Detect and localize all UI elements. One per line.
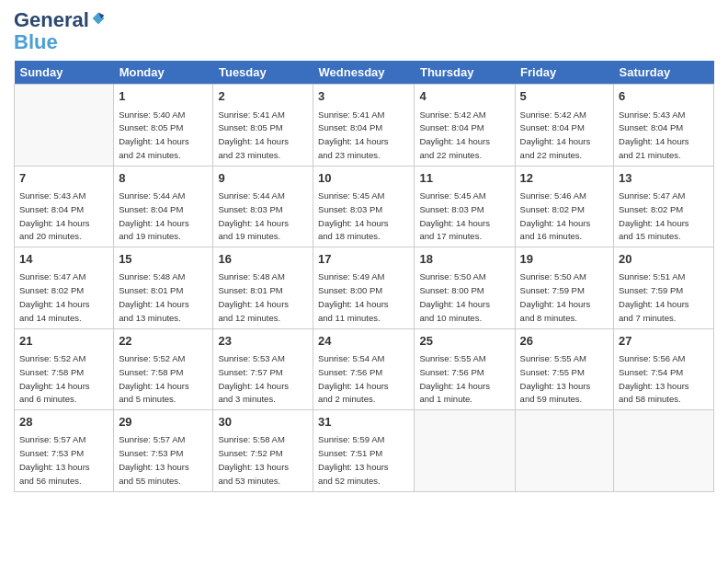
calendar-cell: 1Sunrise: 5:40 AM Sunset: 8:05 PM Daylig… xyxy=(114,85,213,166)
day-info: Sunrise: 5:47 AM Sunset: 8:02 PM Dayligh… xyxy=(19,271,90,322)
calendar-cell: 28Sunrise: 5:57 AM Sunset: 7:53 PM Dayli… xyxy=(15,410,114,491)
calendar-cell: 4Sunrise: 5:42 AM Sunset: 8:04 PM Daylig… xyxy=(415,85,515,166)
day-info: Sunrise: 5:44 AM Sunset: 8:04 PM Dayligh… xyxy=(119,190,189,241)
day-number: 20 xyxy=(619,251,709,268)
calendar-header-wednesday: Wednesday xyxy=(313,61,415,85)
day-info: Sunrise: 5:53 AM Sunset: 7:57 PM Dayligh… xyxy=(218,353,289,404)
calendar-cell: 25Sunrise: 5:55 AM Sunset: 7:56 PM Dayli… xyxy=(415,328,515,409)
day-info: Sunrise: 5:41 AM Sunset: 8:04 PM Dayligh… xyxy=(318,109,389,160)
day-info: Sunrise: 5:50 AM Sunset: 8:00 PM Dayligh… xyxy=(419,271,490,322)
day-info: Sunrise: 5:45 AM Sunset: 8:03 PM Dayligh… xyxy=(419,190,490,241)
day-number: 30 xyxy=(218,414,308,431)
calendar-cell: 22Sunrise: 5:52 AM Sunset: 7:58 PM Dayli… xyxy=(114,328,213,409)
day-number: 9 xyxy=(218,170,308,187)
calendar-cell: 3Sunrise: 5:41 AM Sunset: 8:04 PM Daylig… xyxy=(313,85,415,166)
calendar-cell: 6Sunrise: 5:43 AM Sunset: 8:04 PM Daylig… xyxy=(614,85,714,166)
day-number: 3 xyxy=(318,88,409,105)
day-number: 1 xyxy=(119,88,208,105)
logo-general: General xyxy=(14,9,89,31)
calendar-cell: 12Sunrise: 5:46 AM Sunset: 8:02 PM Dayli… xyxy=(515,166,613,247)
calendar-cell xyxy=(515,410,613,491)
day-number: 25 xyxy=(419,333,509,350)
calendar-week-row: 7Sunrise: 5:43 AM Sunset: 8:04 PM Daylig… xyxy=(15,166,714,247)
day-number: 13 xyxy=(619,170,709,187)
day-number: 7 xyxy=(19,170,108,187)
calendar-header-tuesday: Tuesday xyxy=(213,61,313,85)
day-number: 8 xyxy=(119,170,208,187)
day-number: 27 xyxy=(619,333,709,350)
day-number: 23 xyxy=(218,333,308,350)
day-number: 21 xyxy=(19,333,108,350)
calendar-cell: 17Sunrise: 5:49 AM Sunset: 8:00 PM Dayli… xyxy=(313,247,415,328)
day-info: Sunrise: 5:51 AM Sunset: 7:59 PM Dayligh… xyxy=(619,271,689,322)
calendar-table: SundayMondayTuesdayWednesdayThursdayFrid… xyxy=(14,61,714,491)
calendar-cell: 31Sunrise: 5:59 AM Sunset: 7:51 PM Dayli… xyxy=(313,410,415,491)
calendar-week-row: 1Sunrise: 5:40 AM Sunset: 8:05 PM Daylig… xyxy=(15,85,714,166)
day-number: 6 xyxy=(619,88,709,105)
calendar-header-saturday: Saturday xyxy=(614,61,714,85)
day-info: Sunrise: 5:54 AM Sunset: 7:56 PM Dayligh… xyxy=(318,353,389,404)
day-info: Sunrise: 5:46 AM Sunset: 8:02 PM Dayligh… xyxy=(520,190,591,241)
calendar-cell: 15Sunrise: 5:48 AM Sunset: 8:01 PM Dayli… xyxy=(114,247,213,328)
day-info: Sunrise: 5:59 AM Sunset: 7:51 PM Dayligh… xyxy=(318,434,389,485)
day-number: 29 xyxy=(119,414,208,431)
day-number: 28 xyxy=(19,414,108,431)
calendar-cell: 18Sunrise: 5:50 AM Sunset: 8:00 PM Dayli… xyxy=(415,247,515,328)
page-container: General Blue SundayMondayTuesdayWednesda… xyxy=(0,0,728,501)
calendar-cell: 20Sunrise: 5:51 AM Sunset: 7:59 PM Dayli… xyxy=(614,247,714,328)
calendar-cell: 5Sunrise: 5:42 AM Sunset: 8:04 PM Daylig… xyxy=(515,85,613,166)
calendar-cell: 19Sunrise: 5:50 AM Sunset: 7:59 PM Dayli… xyxy=(515,247,613,328)
calendar-week-row: 14Sunrise: 5:47 AM Sunset: 8:02 PM Dayli… xyxy=(15,247,714,328)
calendar-cell: 21Sunrise: 5:52 AM Sunset: 7:58 PM Dayli… xyxy=(15,328,114,409)
calendar-header-thursday: Thursday xyxy=(415,61,515,85)
logo-icon xyxy=(91,11,106,26)
day-info: Sunrise: 5:40 AM Sunset: 8:05 PM Dayligh… xyxy=(119,109,189,160)
day-info: Sunrise: 5:57 AM Sunset: 7:53 PM Dayligh… xyxy=(119,434,189,485)
day-number: 12 xyxy=(520,170,609,187)
day-number: 11 xyxy=(419,170,509,187)
calendar-cell xyxy=(15,85,114,166)
calendar-cell: 10Sunrise: 5:45 AM Sunset: 8:03 PM Dayli… xyxy=(313,166,415,247)
day-number: 14 xyxy=(19,251,108,268)
day-number: 18 xyxy=(419,251,509,268)
day-info: Sunrise: 5:42 AM Sunset: 8:04 PM Dayligh… xyxy=(520,109,591,160)
day-number: 2 xyxy=(218,88,308,105)
day-info: Sunrise: 5:45 AM Sunset: 8:03 PM Dayligh… xyxy=(318,190,389,241)
calendar-header-row: SundayMondayTuesdayWednesdayThursdayFrid… xyxy=(15,61,714,85)
calendar-cell: 23Sunrise: 5:53 AM Sunset: 7:57 PM Dayli… xyxy=(213,328,313,409)
calendar-header-friday: Friday xyxy=(515,61,613,85)
calendar-cell: 7Sunrise: 5:43 AM Sunset: 8:04 PM Daylig… xyxy=(15,166,114,247)
calendar-week-row: 21Sunrise: 5:52 AM Sunset: 7:58 PM Dayli… xyxy=(15,328,714,409)
calendar-cell: 2Sunrise: 5:41 AM Sunset: 8:05 PM Daylig… xyxy=(213,85,313,166)
day-number: 4 xyxy=(419,88,509,105)
calendar-cell: 8Sunrise: 5:44 AM Sunset: 8:04 PM Daylig… xyxy=(114,166,213,247)
calendar-cell: 30Sunrise: 5:58 AM Sunset: 7:52 PM Dayli… xyxy=(213,410,313,491)
day-number: 26 xyxy=(520,333,609,350)
svg-marker-0 xyxy=(93,13,105,25)
calendar-header-monday: Monday xyxy=(114,61,213,85)
day-info: Sunrise: 5:56 AM Sunset: 7:54 PM Dayligh… xyxy=(619,353,689,404)
calendar-week-row: 28Sunrise: 5:57 AM Sunset: 7:53 PM Dayli… xyxy=(15,410,714,491)
logo: General Blue xyxy=(14,9,106,53)
day-info: Sunrise: 5:48 AM Sunset: 8:01 PM Dayligh… xyxy=(218,271,289,322)
day-info: Sunrise: 5:58 AM Sunset: 7:52 PM Dayligh… xyxy=(218,434,289,485)
day-info: Sunrise: 5:57 AM Sunset: 7:53 PM Dayligh… xyxy=(19,434,90,485)
day-number: 15 xyxy=(119,251,208,268)
day-info: Sunrise: 5:55 AM Sunset: 7:56 PM Dayligh… xyxy=(419,353,490,404)
day-info: Sunrise: 5:47 AM Sunset: 8:02 PM Dayligh… xyxy=(619,190,689,241)
day-info: Sunrise: 5:49 AM Sunset: 8:00 PM Dayligh… xyxy=(318,271,389,322)
logo-blue: Blue xyxy=(14,30,58,53)
day-info: Sunrise: 5:42 AM Sunset: 8:04 PM Dayligh… xyxy=(419,109,490,160)
calendar-cell xyxy=(415,410,515,491)
day-number: 17 xyxy=(318,251,409,268)
day-info: Sunrise: 5:50 AM Sunset: 7:59 PM Dayligh… xyxy=(520,271,591,322)
day-info: Sunrise: 5:48 AM Sunset: 8:01 PM Dayligh… xyxy=(119,271,189,322)
header: General Blue xyxy=(14,9,714,53)
calendar-cell: 29Sunrise: 5:57 AM Sunset: 7:53 PM Dayli… xyxy=(114,410,213,491)
day-info: Sunrise: 5:52 AM Sunset: 7:58 PM Dayligh… xyxy=(19,353,90,404)
day-number: 19 xyxy=(520,251,609,268)
calendar-cell: 11Sunrise: 5:45 AM Sunset: 8:03 PM Dayli… xyxy=(415,166,515,247)
day-info: Sunrise: 5:43 AM Sunset: 8:04 PM Dayligh… xyxy=(19,190,90,241)
calendar-cell: 24Sunrise: 5:54 AM Sunset: 7:56 PM Dayli… xyxy=(313,328,415,409)
day-number: 31 xyxy=(318,414,409,431)
